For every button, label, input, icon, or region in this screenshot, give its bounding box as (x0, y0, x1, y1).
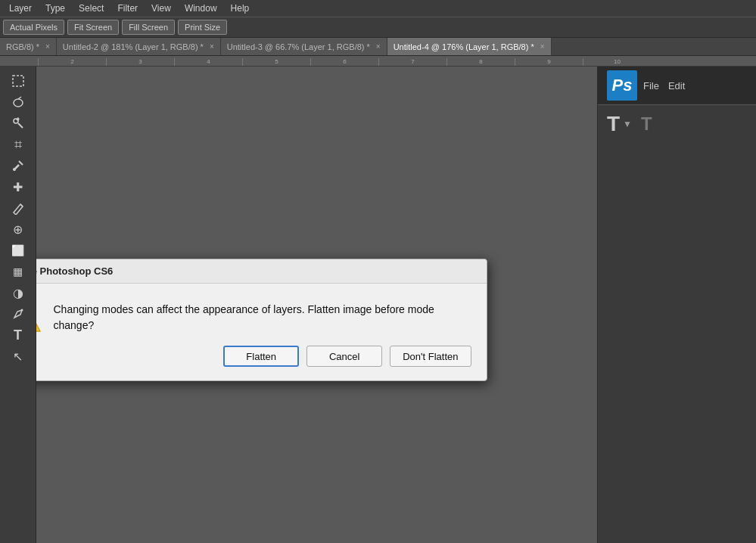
lasso-tool[interactable] (8, 92, 28, 112)
tab-1-label: Untitled-2 @ 181% (Layer 1, RGB/8) * (63, 42, 204, 51)
svg-point-9 (13, 168, 16, 171)
ruler-mark-5: 5 (242, 58, 310, 66)
svg-marker-12 (36, 306, 40, 331)
ps-logo: Ps (607, 70, 637, 101)
menu-select[interactable]: Select (73, 2, 110, 15)
tab-1[interactable]: Untitled-2 @ 181% (Layer 1, RGB/8) * × (57, 38, 221, 55)
dialog-message: Changing modes can affect the appearance… (54, 302, 471, 334)
svg-point-1 (14, 99, 23, 107)
gradient-tool[interactable]: ▦ (8, 262, 28, 281)
menu-filter[interactable]: Filter (111, 2, 144, 15)
right-panel: Ps File Edit T ▼ T (597, 67, 756, 543)
right-panel-header: Ps File Edit (598, 67, 756, 104)
dodge-tool[interactable]: ◑ (8, 283, 28, 303)
actual-pixels-button[interactable]: Actual Pixels (3, 20, 64, 35)
marquee-tool[interactable] (8, 71, 28, 91)
right-panel-menu: File Edit (643, 80, 685, 92)
dialog-buttons: Flatten Cancel Don't Flatten (36, 346, 487, 380)
text-tool[interactable]: T (8, 325, 28, 345)
eyedropper-tool[interactable] (8, 156, 28, 175)
fit-screen-button[interactable]: Fit Screen (67, 20, 119, 35)
tab-0-label: RGB/8) * (6, 42, 39, 51)
svg-rect-0 (13, 76, 23, 86)
text-tool-t2: T (641, 113, 652, 135)
horizontal-ruler: 2 3 4 5 6 7 8 9 10 (0, 56, 756, 67)
ruler-mark-2: 2 (38, 58, 106, 66)
menu-layer[interactable]: Layer (3, 2, 38, 15)
right-menu-file[interactable]: File (643, 80, 659, 92)
svg-line-3 (18, 123, 23, 128)
brush-tool[interactable] (8, 198, 28, 218)
ruler-mark-9: 9 (515, 58, 583, 66)
menu-bar: Layer Type Select Filter View Window Hel… (0, 0, 756, 17)
dialog-title: Adobe Photoshop CS6 (36, 259, 487, 284)
pen-tool[interactable] (8, 304, 28, 324)
eraser-tool[interactable]: ⬜ (8, 240, 28, 260)
tab-3-label: Untitled-4 @ 176% (Layer 1, RGB/8) * (394, 42, 534, 51)
fill-screen-button[interactable]: Fill Screen (122, 20, 175, 35)
tab-1-close[interactable]: × (210, 42, 214, 51)
ruler-mark-6: 6 (310, 58, 378, 66)
svg-point-6 (14, 119, 18, 123)
text-tool-t: T (607, 112, 620, 136)
dont-flatten-button[interactable]: Don't Flatten (390, 346, 471, 367)
svg-line-10 (20, 204, 23, 206)
tab-2-label: Untitled-3 @ 66.7% (Layer 1, RGB/8) * (227, 42, 370, 51)
right-menu-edit[interactable]: Edit (668, 80, 685, 92)
svg-point-11 (20, 309, 23, 312)
svg-line-7 (19, 161, 23, 165)
main-area: ⌗ ✚ ⊕ ⬜ ▦ ◑ T ↖ Adobe Photoshop CS6 (0, 67, 756, 543)
ruler-marks: 2 3 4 5 6 7 8 9 10 (38, 56, 651, 66)
text-tool-arrow: ▼ (623, 119, 632, 129)
warning-icon: ! (36, 303, 42, 334)
tab-0-close[interactable]: × (45, 42, 50, 51)
right-panel-tools: T ▼ T (598, 104, 756, 142)
dialog-box: Adobe Photoshop CS6 ! Changing modes can… (36, 259, 487, 381)
left-toolbar: ⌗ ✚ ⊕ ⬜ ▦ ◑ T ↖ (0, 67, 36, 543)
options-toolbar: Actual Pixels Fit Screen Fill Screen Pri… (0, 17, 756, 38)
menu-type[interactable]: Type (39, 2, 71, 15)
clone-tool[interactable]: ⊕ (8, 219, 28, 239)
ruler-mark-3: 3 (106, 58, 174, 66)
ruler-mark-8: 8 (446, 58, 515, 66)
print-size-button[interactable]: Print Size (178, 20, 227, 35)
magic-wand-tool[interactable] (8, 113, 28, 133)
cancel-button[interactable]: Cancel (306, 346, 382, 367)
menu-window[interactable]: Window (179, 2, 223, 15)
document-tabs: RGB/8) * × Untitled-2 @ 181% (Layer 1, R… (0, 38, 756, 56)
menu-help[interactable]: Help (225, 2, 256, 15)
flatten-button[interactable]: Flatten (223, 346, 299, 367)
healing-tool[interactable]: ✚ (8, 177, 28, 197)
menu-view[interactable]: View (145, 2, 177, 15)
move-tool[interactable]: ↖ (8, 346, 28, 366)
tab-2-close[interactable]: × (376, 42, 381, 51)
ruler-mark-7: 7 (378, 58, 446, 66)
ruler-mark-10: 10 (583, 58, 651, 66)
tab-3-close[interactable]: × (540, 42, 545, 51)
text-tool-display: T ▼ T (607, 112, 652, 136)
crop-tool[interactable]: ⌗ (8, 135, 28, 154)
tab-0[interactable]: RGB/8) * × (0, 38, 57, 55)
dialog-overlay: Adobe Photoshop CS6 ! Changing modes can… (36, 67, 597, 543)
dialog-content: ! Changing modes can affect the appearan… (36, 284, 487, 346)
ruler-mark-4: 4 (174, 58, 242, 66)
tab-2[interactable]: Untitled-3 @ 66.7% (Layer 1, RGB/8) * × (221, 38, 387, 55)
canvas-area[interactable]: Adobe Photoshop CS6 ! Changing modes can… (36, 67, 597, 543)
tab-3[interactable]: Untitled-4 @ 176% (Layer 1, RGB/8) * × (387, 38, 552, 55)
